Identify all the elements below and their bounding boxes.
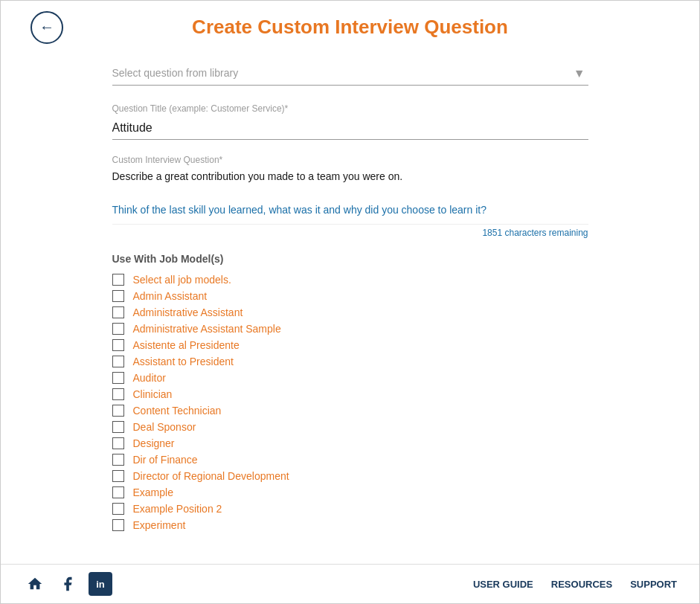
job-model-checkbox[interactable] bbox=[112, 290, 124, 302]
header-row: ← Create Custom Interview Question bbox=[30, 16, 670, 39]
list-item: Experiment bbox=[112, 519, 588, 531]
job-model-checkbox[interactable] bbox=[112, 306, 124, 318]
job-model-checkbox[interactable] bbox=[112, 503, 124, 515]
question-title-label: Question Title (example: Customer Servic… bbox=[112, 103, 588, 114]
support-link[interactable]: SUPPORT bbox=[630, 579, 677, 590]
list-item: Select all job models. bbox=[112, 274, 588, 286]
library-select-wrapper: Select question from library ▼ bbox=[112, 61, 588, 86]
job-model-label[interactable]: Auditor bbox=[133, 372, 166, 384]
job-model-label[interactable]: Deal Sponsor bbox=[133, 421, 196, 433]
job-model-label[interactable]: Clinician bbox=[133, 388, 173, 400]
job-model-checkbox[interactable] bbox=[112, 486, 124, 498]
job-model-label[interactable]: Dir of Finance bbox=[133, 454, 198, 466]
job-model-label[interactable]: Director of Regional Development bbox=[133, 470, 289, 482]
custom-question-label: Custom Interview Question* bbox=[112, 155, 588, 165]
back-icon: ← bbox=[39, 19, 54, 36]
user-guide-link[interactable]: USER GUIDE bbox=[473, 579, 533, 590]
job-model-checkbox[interactable] bbox=[112, 339, 124, 351]
job-model-label[interactable]: Select all job models. bbox=[133, 274, 231, 286]
job-model-checkbox[interactable] bbox=[112, 323, 124, 335]
job-model-checkbox[interactable] bbox=[112, 437, 124, 449]
list-item: Admin Assistant bbox=[112, 290, 588, 302]
footer-right: USER GUIDE RESOURCES SUPPORT bbox=[473, 579, 677, 590]
job-model-label[interactable]: Designer bbox=[133, 437, 175, 449]
list-item: Clinician bbox=[112, 388, 588, 400]
job-model-checkbox[interactable] bbox=[112, 405, 124, 417]
list-item: Example Position 2 bbox=[112, 503, 588, 515]
custom-question-field: Custom Interview Question* Describe a gr… bbox=[112, 155, 588, 238]
home-icon[interactable] bbox=[23, 572, 47, 596]
library-select[interactable]: Select question from library bbox=[112, 61, 588, 86]
list-item: Designer bbox=[112, 437, 588, 449]
job-models-section-label: Use With Job Model(s) bbox=[112, 253, 588, 265]
job-model-checkbox[interactable] bbox=[112, 274, 124, 286]
question-title-input[interactable] bbox=[112, 117, 588, 140]
job-model-label[interactable]: Example bbox=[133, 486, 173, 498]
form-section: Select question from library ▼ Question … bbox=[112, 61, 588, 531]
list-item: Administrative Assistant bbox=[112, 306, 588, 318]
resources-link[interactable]: RESOURCES bbox=[551, 579, 612, 590]
job-model-label[interactable]: Administrative Assistant bbox=[133, 306, 243, 318]
job-model-checkbox[interactable] bbox=[112, 470, 124, 482]
list-item: Administrative Assistant Sample bbox=[112, 323, 588, 335]
list-item: Assistant to President bbox=[112, 356, 588, 367]
question-title-field: Question Title (example: Customer Servic… bbox=[112, 103, 588, 155]
list-item: Dir of Finance bbox=[112, 454, 588, 466]
custom-question-display: Describe a great contribution you made t… bbox=[112, 168, 588, 225]
job-model-checkbox[interactable] bbox=[112, 454, 124, 466]
job-model-label[interactable]: Content Technician bbox=[133, 405, 222, 417]
job-model-checkbox[interactable] bbox=[112, 421, 124, 433]
job-model-label[interactable]: Admin Assistant bbox=[133, 290, 208, 302]
job-model-label[interactable]: Example Position 2 bbox=[133, 503, 222, 515]
linkedin-icon[interactable]: in bbox=[89, 572, 112, 596]
list-item: Example bbox=[112, 486, 588, 498]
job-models-list: Select all job models.Admin AssistantAdm… bbox=[112, 274, 588, 531]
list-item: Director of Regional Development bbox=[112, 470, 588, 482]
job-model-checkbox[interactable] bbox=[112, 372, 124, 384]
question-line-2: Think of the last skill you learned, wha… bbox=[112, 202, 588, 218]
job-model-label[interactable]: Experiment bbox=[133, 519, 186, 531]
job-model-checkbox[interactable] bbox=[112, 356, 124, 367]
job-model-label[interactable]: Assistant to President bbox=[133, 356, 234, 367]
job-model-checkbox[interactable] bbox=[112, 519, 124, 531]
char-count: 1851 characters remaining bbox=[112, 228, 588, 238]
job-model-checkbox[interactable] bbox=[112, 388, 124, 400]
list-item: Content Technician bbox=[112, 405, 588, 417]
footer-left: in bbox=[23, 572, 112, 596]
footer: in USER GUIDE RESOURCES SUPPORT bbox=[1, 564, 699, 603]
back-button[interactable]: ← bbox=[30, 11, 63, 44]
list-item: Deal Sponsor bbox=[112, 421, 588, 433]
job-models-section: Use With Job Model(s) Select all job mod… bbox=[112, 253, 588, 531]
facebook-icon[interactable] bbox=[56, 572, 80, 596]
list-item: Auditor bbox=[112, 372, 588, 384]
job-model-label[interactable]: Administrative Assistant Sample bbox=[133, 323, 281, 335]
list-item: Asistente al Presidente bbox=[112, 339, 588, 351]
question-line-1: Describe a great contribution you made t… bbox=[112, 168, 588, 184]
page-title: Create Custom Interview Question bbox=[192, 16, 508, 39]
job-model-label[interactable]: Asistente al Presidente bbox=[133, 339, 240, 351]
